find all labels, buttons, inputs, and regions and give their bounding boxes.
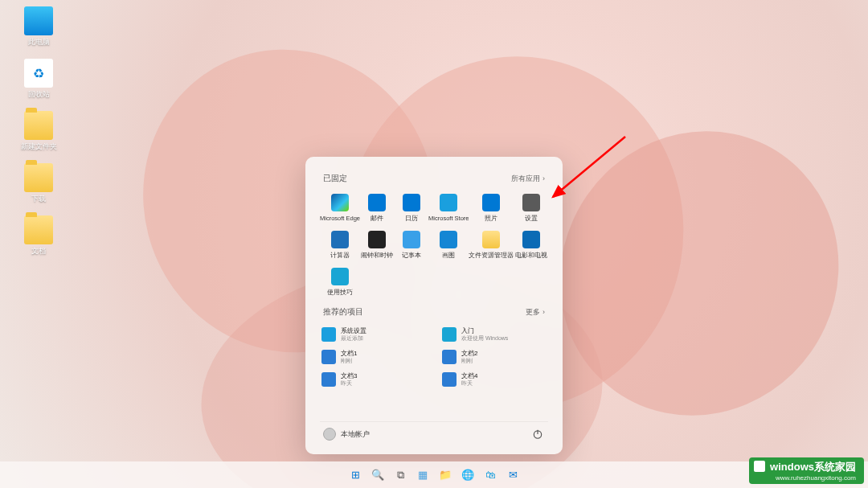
mail-icon (368, 194, 386, 211)
app-label: 设置 (514, 215, 548, 223)
chevron-right-icon: › (542, 308, 545, 316)
app-label: 邮件 (360, 215, 395, 223)
recommended-title: 入门 (461, 327, 508, 335)
store-icon (440, 194, 457, 211)
app-label: 闹钟和时钟 (360, 252, 395, 260)
app-label: 使用技巧 (320, 289, 360, 297)
user-name: 本地帐户 (341, 429, 370, 440)
folder-3-icon (24, 215, 53, 244)
taskbar-store[interactable]: 🛍 (481, 466, 499, 484)
folder-1-icon (24, 111, 53, 140)
taskbar: ⊞🔍⧉▦📁🌐🛍✉ (0, 461, 868, 488)
app-label: 日历 (395, 215, 429, 223)
desktop: 此电脑♻回收站新建文件夹下载文档 已固定 所有应用 › Microsoft Ed… (0, 0, 868, 488)
user-account-button[interactable]: 本地帐户 (323, 428, 370, 441)
recommended-item-r3[interactable]: 文档1刚刚 (320, 348, 428, 366)
app-label: 画图 (428, 252, 469, 260)
mail-icon: ✉ (509, 469, 518, 481)
app-paint[interactable]: 画图 (428, 229, 469, 261)
file-icon (442, 350, 457, 364)
taskbar-widgets[interactable]: ▦ (414, 466, 432, 484)
chevron-right-icon: › (542, 174, 545, 182)
app-store[interactable]: Microsoft Store (428, 192, 469, 224)
desktop-icon-folder-3[interactable]: 文档 (10, 215, 68, 256)
pinned-label: 已固定 (323, 173, 347, 184)
app-movies[interactable]: 电影和电视 (514, 229, 548, 261)
start-footer: 本地帐户 (320, 421, 548, 441)
movies-icon (522, 231, 540, 248)
taskbar-mail[interactable]: ✉ (504, 466, 522, 484)
pinned-apps-grid: Microsoft Edge邮件日历Microsoft Store照片设置计算器… (320, 192, 548, 298)
recommended-item-r2[interactable]: 入门欢迎使用 Windows (440, 326, 548, 343)
taskbar-start[interactable]: ⊞ (346, 466, 364, 484)
file-icon (321, 372, 336, 387)
app-calendar[interactable]: 日历 (395, 192, 429, 224)
app-label: Microsoft Edge (320, 215, 360, 222)
watermark-logo: windows系统家园 www.ruhezhuangxitong.com (749, 457, 864, 484)
recommended-sub: 昨天 (341, 380, 357, 387)
desktop-icon-recycle-bin[interactable]: ♻回收站 (10, 59, 68, 100)
app-explorer[interactable]: 文件资源管理器 (469, 229, 514, 261)
taskbar-edge[interactable]: 🌐 (459, 466, 477, 484)
app-clock[interactable]: 闹钟和时钟 (360, 229, 395, 261)
taskbar-explorer[interactable]: 📁 (436, 466, 454, 484)
settings-icon (522, 194, 540, 211)
desktop-icon-folder-1[interactable]: 新建文件夹 (10, 111, 68, 152)
recommended-item-r6[interactable]: 文档4昨天 (440, 371, 548, 388)
taskbar-taskview[interactable]: ⧉ (391, 466, 409, 484)
widgets-icon: ▦ (418, 469, 428, 481)
desktop-icon-label: 此电脑 (10, 37, 68, 47)
recommended-sub: 刚刚 (341, 358, 357, 364)
desktop-icon-this-pc[interactable]: 此电脑 (10, 6, 68, 47)
app-settings[interactable]: 设置 (514, 192, 548, 224)
app-label: Microsoft Store (428, 215, 469, 222)
recommended-title: 系统设置 (341, 327, 366, 335)
more-button[interactable]: 更多 › (526, 307, 545, 318)
watermark-text: windows系统家园 (770, 461, 856, 473)
calendar-icon (403, 194, 420, 211)
recommended-title: 文档3 (341, 372, 357, 380)
app-label: 计算器 (320, 252, 360, 260)
recommended-item-r5[interactable]: 文档3昨天 (320, 371, 428, 388)
desktop-icon-label: 新建文件夹 (10, 141, 68, 152)
clock-icon (368, 231, 386, 248)
recommended-item-r4[interactable]: 文档2刚刚 (440, 348, 548, 366)
recommended-title: 文档1 (341, 350, 357, 358)
power-button[interactable] (530, 427, 545, 441)
all-apps-button[interactable]: 所有应用 › (511, 174, 545, 184)
watermark-sub: www.ruhezhuangxitong.com (770, 474, 856, 482)
file-icon (321, 350, 336, 364)
avatar-icon (323, 428, 336, 441)
recycle-bin-icon: ♻ (24, 59, 53, 88)
recommended-title: 文档4 (461, 372, 477, 380)
tips-icon (331, 268, 349, 285)
app-label: 记事本 (395, 252, 429, 260)
paint-icon (440, 231, 457, 248)
recommended-title: 文档2 (461, 350, 477, 358)
explorer-icon (482, 231, 500, 248)
app-calculator[interactable]: 计算器 (320, 229, 360, 261)
search-icon: 🔍 (371, 469, 384, 481)
desktop-icon-label: 文档 (10, 246, 68, 256)
app-photos[interactable]: 照片 (469, 192, 514, 224)
app-mail[interactable]: 邮件 (360, 192, 395, 224)
app-label: 照片 (469, 215, 514, 223)
desktop-icons: 此电脑♻回收站新建文件夹下载文档 (10, 6, 90, 268)
app-notepad[interactable]: 记事本 (395, 229, 429, 261)
app-label: 电影和电视 (514, 252, 548, 260)
explorer-icon: 📁 (439, 469, 452, 481)
taskbar-search[interactable]: 🔍 (369, 466, 387, 484)
file-icon (321, 327, 336, 342)
recommended-list: 系统设置最近添加入门欢迎使用 Windows文档1刚刚文档2刚刚文档3昨天文档4… (320, 326, 548, 388)
app-edge[interactable]: Microsoft Edge (320, 192, 360, 224)
desktop-icon-label: 回收站 (10, 89, 68, 100)
recommended-sub: 最近添加 (341, 335, 366, 342)
recommended-label: 推荐的项目 (323, 306, 363, 318)
app-tips[interactable]: 使用技巧 (320, 266, 360, 298)
recommended-sub: 昨天 (461, 380, 477, 387)
recommended-item-r1[interactable]: 系统设置最近添加 (320, 326, 428, 343)
start-menu: 已固定 所有应用 › Microsoft Edge邮件日历Microsoft S… (305, 157, 563, 454)
edge-icon: 🌐 (461, 469, 474, 481)
desktop-icon-label: 下载 (10, 194, 68, 204)
desktop-icon-folder-2[interactable]: 下载 (10, 163, 68, 204)
